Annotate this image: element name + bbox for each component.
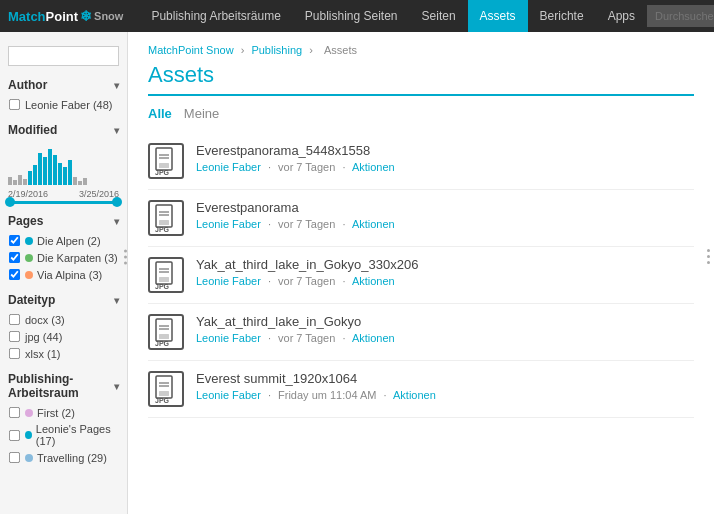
filter-dateityp-docx-checkbox[interactable] xyxy=(9,314,20,325)
asset-info-4: Yak_at_third_lake_in_Gokyo Leonie Faber … xyxy=(196,314,694,344)
filter-pa-leonies-label[interactable]: Leonie's Pages (17) xyxy=(36,423,119,447)
asset-author-5[interactable]: Leonie Faber xyxy=(196,389,261,401)
breadcrumb-sep-1: › xyxy=(241,44,248,56)
filter-author-leonie-checkbox[interactable] xyxy=(9,99,20,110)
filter-dateityp-jpg-checkbox[interactable] xyxy=(9,331,20,342)
filter-pa-travelling-checkbox[interactable] xyxy=(9,452,20,463)
breadcrumb-matchpoint[interactable]: MatchPoint Snow xyxy=(148,44,234,56)
asset-time-1: vor 7 Tagen xyxy=(278,161,335,173)
asset-sep-3: · xyxy=(268,275,271,287)
hist-bar-3 xyxy=(18,175,22,185)
range-handle-left[interactable] xyxy=(5,197,15,207)
asset-action-1[interactable]: Aktionen xyxy=(352,161,395,173)
asset-info-3: Yak_at_third_lake_in_Gokyo_330x206 Leoni… xyxy=(196,257,694,287)
asset-icon-2: JPG xyxy=(148,200,184,236)
filter-pages-die-karpaten: Die Karpaten (3) xyxy=(0,249,127,266)
filter-author-leonie: Leonie Faber (48) xyxy=(0,96,127,113)
asset-info-2: Everestpanorama Leonie Faber · vor 7 Tag… xyxy=(196,200,694,230)
hist-bar-1 xyxy=(8,177,12,185)
asset-action-5[interactable]: Aktionen xyxy=(393,389,436,401)
filter-dateityp-docx-label[interactable]: docx (3) xyxy=(25,314,65,326)
filter-pages-die-karpaten-label[interactable]: Die Karpaten (3) xyxy=(37,252,118,264)
global-search-input[interactable] xyxy=(647,5,714,27)
range-handle-right[interactable] xyxy=(112,197,122,207)
filter-pages-label: Pages xyxy=(8,214,43,228)
sidebar: Author ▾ Leonie Faber (48) Modified ▾ xyxy=(0,32,128,514)
filter-pages-die-karpaten-checkbox[interactable] xyxy=(9,252,20,263)
asset-icon-3: JPG xyxy=(148,257,184,293)
asset-author-1[interactable]: Leonie Faber xyxy=(196,161,261,173)
svg-text:JPG: JPG xyxy=(155,397,170,403)
filter-pages-die-alpen: Die Alpen (2) xyxy=(0,232,127,249)
range-slider[interactable] xyxy=(0,201,127,204)
asset-sep-4b: · xyxy=(342,332,345,344)
asset-meta-4: Leonie Faber · vor 7 Tagen · Aktionen xyxy=(196,332,694,344)
breadcrumb: MatchPoint Snow › Publishing › Assets xyxy=(148,44,694,56)
asset-action-3[interactable]: Aktionen xyxy=(352,275,395,287)
filter-pages-die-alpen-checkbox[interactable] xyxy=(9,235,20,246)
breadcrumb-publishing[interactable]: Publishing xyxy=(251,44,302,56)
filter-pages-via-alpina-label[interactable]: Via Alpina (3) xyxy=(37,269,102,281)
filter-pages-via-alpina-checkbox[interactable] xyxy=(9,269,20,280)
first-dot xyxy=(25,409,33,417)
svg-text:JPG: JPG xyxy=(155,283,170,289)
page-title: Assets xyxy=(148,62,694,96)
nav-item-berichte[interactable]: Berichte xyxy=(528,0,596,32)
filter-pa-leonies-checkbox[interactable] xyxy=(9,429,20,440)
sidebar-dot-3 xyxy=(124,262,127,265)
svg-rect-23 xyxy=(159,391,169,396)
asset-action-2[interactable]: Aktionen xyxy=(352,218,395,230)
asset-time-3: vor 7 Tagen xyxy=(278,275,335,287)
nav-item-seiten[interactable]: Seiten xyxy=(410,0,468,32)
filter-dateityp-xlsx-checkbox[interactable] xyxy=(9,348,20,359)
snowflake-icon: ❄ xyxy=(80,8,92,24)
filter-dateityp-chevron: ▾ xyxy=(114,295,119,306)
filter-pages: Pages ▾ Die Alpen (2) Die Karpaten (3) V… xyxy=(0,208,127,283)
asset-meta-2: Leonie Faber · vor 7 Tagen · Aktionen xyxy=(196,218,694,230)
asset-meta-3: Leonie Faber · vor 7 Tagen · Aktionen xyxy=(196,275,694,287)
filter-pa-first-checkbox[interactable] xyxy=(9,407,20,418)
main-layout: Author ▾ Leonie Faber (48) Modified ▾ xyxy=(0,32,714,514)
filter-publishing-arbeitsraum-header[interactable]: Publishing-Arbeitsraum ▾ xyxy=(0,366,127,404)
asset-icon-5: JPG xyxy=(148,371,184,407)
asset-sep-3b: · xyxy=(342,275,345,287)
filter-dateityp-header[interactable]: Dateityp ▾ xyxy=(0,287,127,311)
asset-author-2[interactable]: Leonie Faber xyxy=(196,218,261,230)
filter-pages-header[interactable]: Pages ▾ xyxy=(0,208,127,232)
asset-time-4: vor 7 Tagen xyxy=(278,332,335,344)
filter-pa-travelling: Travelling (29) xyxy=(0,449,127,466)
hist-bar-13 xyxy=(68,160,72,185)
asset-meta-1: Leonie Faber · vor 7 Tagen · Aktionen xyxy=(196,161,694,173)
filter-dateityp-jpg-label[interactable]: jpg (44) xyxy=(25,331,62,343)
asset-sep-1b: · xyxy=(342,161,345,173)
scroll-dot-3 xyxy=(707,261,710,264)
filter-publishing-arbeitsraum: Publishing-Arbeitsraum ▾ First (2) Leoni… xyxy=(0,366,127,466)
nav-item-assets[interactable]: Assets xyxy=(468,0,528,32)
asset-author-4[interactable]: Leonie Faber xyxy=(196,332,261,344)
filter-author-leonie-label[interactable]: Leonie Faber (48) xyxy=(25,99,112,111)
app-logo: MatchPoint ❄ Snow xyxy=(8,8,123,24)
filter-pa-first-label[interactable]: First (2) xyxy=(37,407,75,419)
hist-bar-10 xyxy=(53,155,57,185)
tab-meine[interactable]: Meine xyxy=(184,106,219,121)
nav-item-publishing-arbeitsraume[interactable]: Publishing Arbeitsräume xyxy=(139,0,292,32)
tab-alle[interactable]: Alle xyxy=(148,106,172,121)
die-alpen-dot xyxy=(25,237,33,245)
asset-name-4: Yak_at_third_lake_in_Gokyo xyxy=(196,314,694,329)
filter-author-header[interactable]: Author ▾ xyxy=(0,72,127,96)
hist-bar-8 xyxy=(43,157,47,185)
filter-dateityp-xlsx-label[interactable]: xlsx (1) xyxy=(25,348,60,360)
sidebar-dots xyxy=(124,250,127,265)
asset-sep-5: · xyxy=(268,389,271,401)
filter-modified-header[interactable]: Modified ▾ xyxy=(0,117,127,141)
asset-action-4[interactable]: Aktionen xyxy=(352,332,395,344)
nav-item-apps[interactable]: Apps xyxy=(596,0,647,32)
asset-author-3[interactable]: Leonie Faber xyxy=(196,275,261,287)
logo-snow: Snow xyxy=(94,10,123,22)
asset-sep-2b: · xyxy=(342,218,345,230)
filter-pages-die-alpen-label[interactable]: Die Alpen (2) xyxy=(37,235,101,247)
nav-item-publishing-seiten[interactable]: Publishing Seiten xyxy=(293,0,410,32)
filter-pa-travelling-label[interactable]: Travelling (29) xyxy=(37,452,107,464)
nav-items: Publishing Arbeitsräume Publishing Seite… xyxy=(139,0,647,32)
sidebar-search-input[interactable] xyxy=(8,46,119,66)
